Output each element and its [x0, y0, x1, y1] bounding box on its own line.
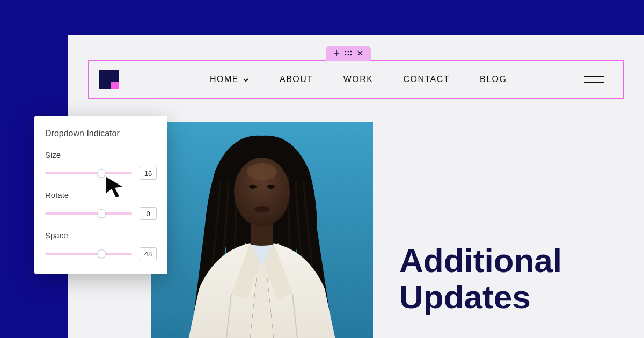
- nav-link-label: HOME: [210, 75, 239, 84]
- nav-link-about[interactable]: ABOUT: [280, 75, 313, 84]
- drag-icon[interactable]: [345, 50, 352, 56]
- site-navbar: HOME ABOUT WORK CONTACT BLOG: [88, 60, 624, 99]
- nav-link-blog[interactable]: BLOG: [480, 75, 507, 84]
- nav-link-contact[interactable]: CONTACT: [403, 75, 450, 84]
- nav-link-label: WORK: [343, 75, 374, 84]
- site-logo[interactable]: [99, 70, 119, 89]
- block-editor-tab[interactable]: [326, 46, 371, 61]
- size-value[interactable]: 16: [140, 167, 157, 180]
- rotate-value[interactable]: 0: [140, 207, 157, 220]
- svg-point-13: [247, 163, 277, 180]
- hamburger-menu-icon[interactable]: [584, 76, 604, 83]
- control-label: Rotate: [45, 190, 157, 200]
- svg-point-2: [350, 51, 352, 53]
- hero-image: [151, 122, 373, 338]
- cursor-icon: [104, 176, 126, 197]
- space-slider[interactable]: [45, 249, 132, 258]
- control-label: Size: [45, 150, 157, 159]
- rotate-slider[interactable]: [45, 209, 132, 218]
- svg-point-3: [345, 54, 347, 56]
- svg-point-10: [254, 206, 269, 212]
- svg-point-0: [345, 51, 347, 53]
- svg-point-12: [267, 185, 275, 189]
- nav-link-home[interactable]: HOME: [210, 75, 250, 84]
- nav-link-work[interactable]: WORK: [343, 75, 374, 84]
- chevron-down-icon: [242, 76, 250, 84]
- svg-point-5: [350, 54, 352, 56]
- space-value[interactable]: 48: [140, 247, 157, 260]
- page-headline: Additional Updates: [399, 243, 562, 315]
- control-rotate: Rotate 0: [45, 190, 157, 220]
- nav-link-label: ABOUT: [280, 75, 313, 84]
- nav-links: HOME ABOUT WORK CONTACT BLOG: [210, 75, 507, 84]
- control-label: Space: [45, 231, 157, 240]
- headline-line: Additional: [399, 243, 562, 279]
- close-icon[interactable]: [357, 50, 363, 56]
- control-space: Space 48: [45, 231, 157, 260]
- headline-line: Updates: [399, 279, 562, 315]
- nav-link-label: BLOG: [480, 75, 507, 84]
- nav-link-label: CONTACT: [403, 75, 450, 84]
- plus-icon[interactable]: [334, 50, 339, 56]
- dropdown-indicator-panel: Dropdown Indicator Size 16 Rotate 0 Spac…: [34, 116, 167, 274]
- svg-point-4: [348, 54, 349, 56]
- svg-point-11: [249, 185, 257, 189]
- control-size: Size 16: [45, 150, 157, 180]
- svg-point-1: [348, 51, 349, 53]
- panel-title: Dropdown Indicator: [45, 129, 157, 138]
